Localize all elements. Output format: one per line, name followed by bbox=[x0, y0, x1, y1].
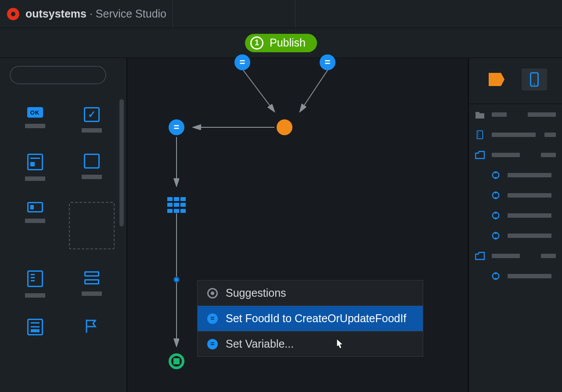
svg-point-14 bbox=[495, 171, 497, 173]
aggregate-node[interactable] bbox=[167, 197, 186, 213]
assign-node-3[interactable]: = bbox=[169, 119, 184, 135]
suggestion-label: Set FoodId to CreateOrUpdateFoodIf bbox=[226, 312, 406, 325]
svg-point-23 bbox=[495, 232, 497, 234]
tree-row-server[interactable] bbox=[469, 130, 562, 139]
assign-icon: = bbox=[207, 339, 218, 349]
if-node[interactable] bbox=[277, 119, 292, 135]
svg-point-27 bbox=[495, 278, 497, 280]
suggestion-item-1[interactable]: = Set Variable... bbox=[198, 331, 423, 356]
tree-row-folder[interactable] bbox=[469, 110, 562, 119]
svg-point-11 bbox=[478, 134, 479, 135]
server-icon bbox=[475, 130, 485, 139]
brand-name: outsystems bbox=[25, 7, 86, 20]
folder-icon bbox=[475, 110, 485, 119]
svg-line-3 bbox=[300, 70, 328, 111]
suggestion-label: Set Variable... bbox=[226, 338, 294, 350]
tree-row-action-1[interactable] bbox=[469, 171, 562, 180]
publish-step-badge: 1 bbox=[250, 36, 263, 50]
tree-row-action-4[interactable] bbox=[469, 231, 562, 240]
outsystems-logo-icon bbox=[7, 8, 19, 20]
flow-canvas[interactable]: = = = Suggestions = Set FoodId to Create… bbox=[127, 58, 468, 392]
module-icon bbox=[475, 252, 485, 260]
publish-label: Publish bbox=[270, 36, 306, 49]
svg-point-20 bbox=[495, 212, 497, 214]
tool-input[interactable] bbox=[10, 202, 60, 249]
title-bar: outsystems · Service Studio bbox=[0, 0, 562, 28]
tool-placeholder[interactable] bbox=[66, 202, 117, 249]
tab-processes[interactable] bbox=[484, 68, 509, 90]
svg-point-26 bbox=[495, 272, 497, 274]
publish-button[interactable]: 1 Publish bbox=[245, 34, 317, 52]
tree-row-action-5[interactable] bbox=[469, 272, 562, 281]
insert-point[interactable] bbox=[173, 277, 180, 283]
svg-rect-9 bbox=[477, 131, 483, 139]
tool-list-item[interactable] bbox=[66, 270, 117, 298]
assign-node-2[interactable]: = bbox=[320, 54, 335, 70]
app-tab[interactable] bbox=[173, 0, 295, 28]
tool-flag[interactable] bbox=[66, 319, 117, 335]
svg-point-21 bbox=[495, 217, 497, 219]
tree-row-action-3[interactable] bbox=[469, 211, 562, 220]
right-panel bbox=[468, 58, 562, 392]
search-input[interactable] bbox=[10, 66, 106, 84]
tool-editable-table[interactable] bbox=[10, 319, 60, 335]
suggestion-item-0[interactable]: = Set FoodId to CreateOrUpdateFoodIf bbox=[198, 306, 423, 331]
assign-node-1[interactable]: = bbox=[234, 54, 250, 70]
tree-row-module[interactable] bbox=[469, 151, 562, 159]
suggestions-header: Suggestions bbox=[198, 281, 423, 306]
mobile-icon bbox=[526, 72, 543, 87]
tool-checkbox[interactable] bbox=[66, 107, 117, 133]
tool-form[interactable] bbox=[10, 154, 60, 181]
svg-point-10 bbox=[478, 133, 479, 133]
module-icon bbox=[475, 151, 485, 159]
radio-icon bbox=[207, 288, 218, 298]
suggestions-popup: Suggestions = Set FoodId to CreateOrUpda… bbox=[197, 280, 423, 357]
product-name: Service Studio bbox=[96, 7, 166, 20]
tree-row-module-2[interactable] bbox=[469, 252, 562, 260]
action-icon bbox=[491, 171, 501, 180]
svg-point-12 bbox=[478, 137, 479, 137]
action-icon bbox=[491, 231, 501, 240]
action-icon bbox=[491, 191, 501, 200]
tool-button[interactable]: OK bbox=[10, 107, 60, 133]
action-icon bbox=[491, 211, 501, 220]
action-icon bbox=[491, 272, 501, 281]
mouse-cursor-icon bbox=[334, 338, 345, 351]
tool-list[interactable] bbox=[10, 270, 60, 298]
svg-point-8 bbox=[534, 83, 535, 85]
tree-row-action-2[interactable] bbox=[469, 191, 562, 200]
flag-icon bbox=[85, 319, 99, 334]
element-tree bbox=[469, 104, 562, 287]
assign-icon: = bbox=[207, 313, 218, 324]
widget-toolbox: OK bbox=[0, 58, 127, 392]
process-icon bbox=[488, 72, 505, 87]
tab-interface[interactable] bbox=[522, 68, 547, 90]
svg-point-18 bbox=[495, 197, 497, 199]
toolbox-scrollbar[interactable] bbox=[119, 99, 124, 227]
toolbar: 1 Publish bbox=[0, 28, 562, 58]
tool-container[interactable] bbox=[66, 154, 117, 181]
svg-point-17 bbox=[495, 191, 497, 194]
suggestions-title: Suggestions bbox=[226, 287, 286, 299]
placeholder-dropzone[interactable] bbox=[69, 202, 115, 249]
svg-point-24 bbox=[495, 237, 497, 240]
svg-line-2 bbox=[243, 70, 274, 111]
svg-point-15 bbox=[495, 177, 497, 179]
end-node[interactable] bbox=[169, 353, 184, 369]
